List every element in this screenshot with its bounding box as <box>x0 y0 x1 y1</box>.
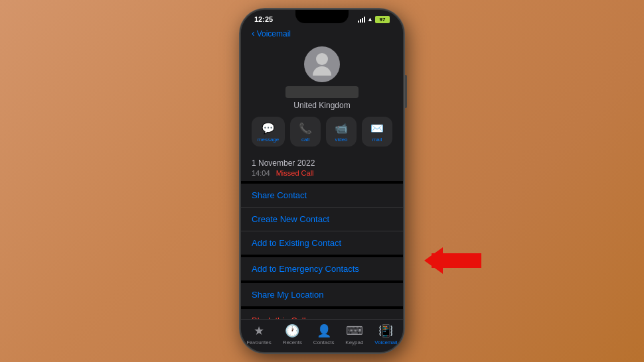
chevron-left-icon: ‹ <box>252 28 255 38</box>
call-icon: 📞 <box>299 122 312 135</box>
menu-section-location: Share My Location <box>241 283 403 306</box>
avatar <box>304 46 340 82</box>
mail-button[interactable]: ✉️ mail <box>362 117 392 147</box>
back-label: Voicemail <box>257 29 291 38</box>
phone-screen: 12:25 ▲ 97 ‹ <box>241 10 403 352</box>
avatar-person-icon <box>313 53 331 76</box>
tab-recents[interactable]: 🕐 Recents <box>283 324 302 345</box>
message-icon: 💬 <box>262 122 275 135</box>
voicemail-icon: 📳 <box>378 324 393 338</box>
call-time-info: 14:04 Missed Call <box>252 169 392 177</box>
tab-recents-label: Recents <box>283 339 302 345</box>
block-caller-item[interactable]: Block this Caller <box>241 309 403 319</box>
tab-favourites-label: Favourites <box>246 339 271 345</box>
back-button[interactable]: ‹ Voicemail <box>252 29 291 38</box>
power-button <box>405 75 407 108</box>
message-button[interactable]: 💬 message <box>252 117 285 147</box>
menu-section-block: Block this Caller <box>241 309 403 319</box>
message-label: message <box>258 137 279 143</box>
clock-icon: 🕐 <box>285 324 299 338</box>
menu-section-contacts: Share Contact Create New Contact Add to … <box>241 184 403 255</box>
tab-voicemail-label: Voicemail <box>374 339 397 345</box>
add-emergency-item[interactable]: Add to Emergency Contacts <box>241 257 403 280</box>
call-button[interactable]: 📞 call <box>290 117 321 147</box>
status-time: 12:25 <box>254 15 273 23</box>
wifi-icon: ▲ <box>367 16 373 23</box>
video-label: video <box>335 137 347 143</box>
call-label: call <box>301 137 309 143</box>
mail-icon: ✉️ <box>370 122 384 135</box>
call-type: Missed Call <box>276 169 314 177</box>
add-existing-contact-item[interactable]: Add to Existing Contact <box>241 231 403 255</box>
arrow-shaft <box>432 253 481 268</box>
phone-device: 12:25 ▲ 97 ‹ <box>240 9 404 353</box>
menu-section-emergency: Add to Emergency Contacts <box>241 257 403 280</box>
tab-keypad-label: Keypad <box>345 339 363 345</box>
tab-voicemail[interactable]: 📳 Voicemail <box>374 324 397 345</box>
nav-bar: ‹ Voicemail <box>241 26 403 42</box>
person-icon: 👤 <box>317 324 331 338</box>
call-log-section: 1 November 2022 14:04 Missed Call <box>241 153 403 181</box>
call-date: 1 November 2022 <box>252 158 392 168</box>
contact-country: United Kingdom <box>293 101 350 110</box>
star-icon: ★ <box>254 324 264 338</box>
arrow-shape <box>424 247 491 274</box>
keypad-icon: ⌨ <box>346 324 363 338</box>
share-contact-item[interactable]: Share Contact <box>241 184 403 208</box>
content-area: 1 November 2022 14:04 Missed Call Share … <box>241 153 403 319</box>
status-icons: ▲ 97 <box>358 16 390 23</box>
video-button[interactable]: 📹 video <box>326 117 357 147</box>
contact-header: United Kingdom <box>241 42 403 117</box>
phone-frame: 12:25 ▲ 97 ‹ <box>240 9 404 353</box>
signal-icon <box>358 16 365 23</box>
tab-bar: ★ Favourites 🕐 Recents 👤 Contacts ⌨ Keyp… <box>241 319 403 352</box>
action-buttons: 💬 message 📞 call 📹 video ✉️ mail <box>241 117 403 153</box>
red-arrow-annotation <box>424 247 491 274</box>
share-location-item[interactable]: Share My Location <box>241 283 403 306</box>
tab-contacts-label: Contacts <box>313 339 335 345</box>
call-time: 14:04 <box>252 169 270 177</box>
battery-icon: 97 <box>375 16 390 23</box>
notch <box>295 10 349 23</box>
mail-label: mail <box>372 137 382 143</box>
tab-contacts[interactable]: 👤 Contacts <box>313 324 335 345</box>
contact-name-redacted <box>285 86 359 98</box>
tab-keypad[interactable]: ⌨ Keypad <box>345 324 363 345</box>
video-icon: 📹 <box>335 122 348 135</box>
create-new-contact-item[interactable]: Create New Contact <box>241 208 403 231</box>
tab-favourites[interactable]: ★ Favourites <box>246 324 271 345</box>
